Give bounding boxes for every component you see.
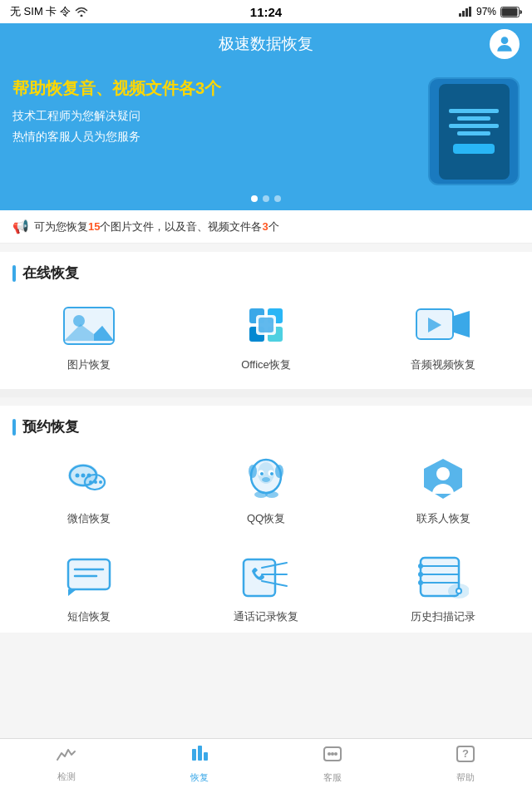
video-recovery-icon-box <box>413 299 473 351</box>
help-icon: ? <box>455 744 476 764</box>
notice-number1: 15 <box>88 220 100 233</box>
svg-point-40 <box>265 491 278 498</box>
svg-rect-43 <box>68 559 110 589</box>
signal-icon <box>459 7 472 17</box>
call-recovery-item[interactable]: 通话记录恢复 <box>177 551 354 624</box>
svg-rect-61 <box>192 749 196 761</box>
svg-point-23 <box>81 474 85 478</box>
help-tab-label: 帮助 <box>456 771 475 784</box>
svg-point-34 <box>260 472 264 475</box>
help-tab-icon: ? <box>455 744 476 769</box>
photo-recovery-label: 图片恢复 <box>67 357 111 372</box>
banner-title: 帮助恢复音、视频文件各3个 <box>12 77 420 99</box>
svg-point-6 <box>501 37 509 44</box>
history-recovery-item[interactable]: 历史扫描记录 <box>355 551 532 624</box>
office-recovery-item[interactable]: Office恢复 <box>177 299 354 372</box>
reserve-section-header: 预约恢复 <box>0 406 532 445</box>
svg-rect-62 <box>198 746 202 761</box>
svg-point-8 <box>73 315 85 327</box>
tab-help[interactable]: ? 帮助 <box>399 739 532 788</box>
contact-recovery-item[interactable]: 联系人恢复 <box>355 453 532 526</box>
tab-service[interactable]: 客服 <box>266 739 399 788</box>
sms-icon <box>65 556 113 598</box>
svg-point-27 <box>89 480 92 484</box>
banner-dots <box>251 195 281 202</box>
svg-rect-3 <box>469 7 471 17</box>
svg-point-57 <box>418 580 423 585</box>
qq-icon-box <box>236 453 296 505</box>
svg-point-55 <box>418 564 423 569</box>
app-header: 极速数据恢复 <box>0 23 532 65</box>
section-bar <box>12 265 16 282</box>
svg-rect-63 <box>204 752 208 761</box>
svg-point-29 <box>99 480 102 484</box>
svg-rect-0 <box>459 13 461 17</box>
notice-icon: 📢 <box>12 219 29 234</box>
svg-point-67 <box>334 752 337 756</box>
online-section-header: 在线恢复 <box>0 252 532 291</box>
banner-desc1: 技术工程师为您解决疑问 <box>12 106 420 126</box>
wifi-icon <box>75 7 88 17</box>
tab-detect[interactable]: 检测 <box>0 739 133 788</box>
dot-3 <box>274 195 281 202</box>
dot-1 <box>251 195 258 202</box>
online-icon-grid: 图片恢复 Office恢复 <box>0 291 532 389</box>
contact-icon-box <box>413 453 473 505</box>
svg-point-38 <box>275 465 283 478</box>
history-recovery-label: 历史扫描记录 <box>411 609 475 624</box>
video-recovery-icon <box>415 303 471 347</box>
status-time: 11:24 <box>250 5 282 19</box>
service-tab-icon <box>322 744 343 769</box>
tab-bar: 检测 恢复 客服 ? <box>0 738 532 788</box>
detect-tab-icon <box>56 745 77 768</box>
svg-point-22 <box>75 474 79 478</box>
office-recovery-icon-box <box>236 299 296 351</box>
svg-marker-18 <box>454 311 470 337</box>
wechat-recovery-label: 微信恢复 <box>67 511 111 526</box>
video-recovery-item[interactable]: 音频视频恢复 <box>355 299 532 372</box>
tab-recover[interactable]: 恢复 <box>133 739 266 788</box>
sms-recovery-item[interactable]: 短信恢复 <box>0 551 177 624</box>
wechat-recovery-item[interactable]: 微信恢复 <box>0 453 177 526</box>
wechat-icon <box>63 456 115 502</box>
qq-recovery-item[interactable]: QQ恢复 <box>177 453 354 526</box>
sms-icon-box <box>59 551 119 603</box>
qq-recovery-label: QQ恢复 <box>247 511 285 526</box>
online-section-title: 在线恢复 <box>22 263 79 283</box>
svg-point-37 <box>249 465 257 478</box>
sms-recovery-label: 短信恢复 <box>67 609 111 624</box>
svg-rect-16 <box>259 318 273 332</box>
call-recovery-label: 通话记录恢复 <box>234 609 298 624</box>
reserve-section-title: 预约恢复 <box>22 417 79 436</box>
detect-tab-label: 检测 <box>57 771 76 783</box>
reserve-grid-row2: 短信恢复 通话记录恢复 <box>0 543 532 633</box>
user-avatar[interactable] <box>490 29 520 59</box>
recover-tab-label: 恢复 <box>190 771 209 784</box>
svg-point-42 <box>436 467 450 480</box>
svg-point-56 <box>418 572 423 577</box>
contact-recovery-label: 联系人恢复 <box>416 511 470 526</box>
dot-2 <box>263 195 269 202</box>
svg-text:?: ? <box>462 747 469 760</box>
avatar-icon <box>494 33 515 55</box>
battery-text: 97% <box>476 6 496 17</box>
svg-point-60 <box>457 589 461 593</box>
wechat-icon-box <box>59 453 119 505</box>
recover-icon <box>189 744 210 764</box>
svg-point-66 <box>331 752 334 756</box>
battery-icon <box>500 7 522 17</box>
call-icon-box <box>236 551 296 603</box>
svg-point-35 <box>270 472 273 475</box>
promo-banner: 帮助恢复音、视频文件各3个 技术工程师为您解决疑问 热情的客服人员为您服务 <box>0 65 532 210</box>
photo-recovery-item[interactable]: 图片恢复 <box>0 299 177 372</box>
svg-rect-5 <box>502 7 518 16</box>
reserve-grid-row1: 微信恢复 <box>0 445 532 543</box>
qq-icon <box>244 455 288 503</box>
reserve-section-bar <box>12 419 16 436</box>
banner-desc2: 热情的客服人员为您服务 <box>12 126 420 147</box>
phone-image <box>428 77 520 185</box>
notice-number2: 3 <box>262 220 268 233</box>
history-icon-box <box>413 551 473 603</box>
office-recovery-label: Office恢复 <box>241 357 291 372</box>
svg-point-65 <box>328 752 331 756</box>
